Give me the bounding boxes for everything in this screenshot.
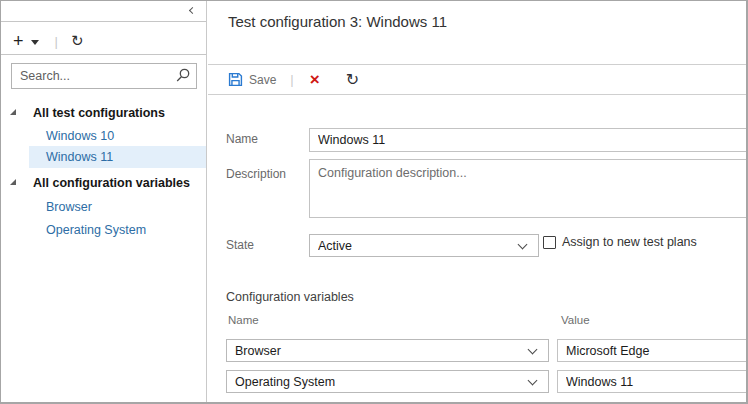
- expander-icon[interactable]: [10, 109, 16, 115]
- tree-section-all-configuration-variables[interactable]: All configuration variables: [1, 171, 206, 194]
- divider: [1, 21, 206, 22]
- variable-name-value: Browser: [235, 344, 521, 358]
- toolbar-separator: |: [290, 72, 293, 87]
- search-box: [11, 63, 197, 89]
- collapse-sidebar-button[interactable]: [187, 5, 199, 17]
- column-header-name: Name: [228, 314, 259, 326]
- command-bar: Save | × ↻: [208, 64, 746, 95]
- variable-value-field-row-2[interactable]: [557, 370, 748, 393]
- state-label: State: [226, 238, 254, 252]
- tree-item-windows-11[interactable]: Windows 11: [29, 146, 206, 168]
- assign-checkbox-label: Assign to new test plans: [562, 235, 697, 249]
- refresh-button[interactable]: ↻: [346, 72, 359, 88]
- page-title: Test configuration 3: Windows 11: [228, 13, 447, 30]
- refresh-button[interactable]: ↻: [71, 33, 84, 49]
- variable-name-dropdown-row-1[interactable]: Browser: [226, 339, 549, 362]
- assign-to-new-test-plans-option[interactable]: Assign to new test plans: [543, 235, 697, 249]
- delete-button[interactable]: ×: [308, 72, 322, 88]
- configuration-variables-title: Configuration variables: [226, 290, 354, 304]
- save-button[interactable]: Save: [228, 72, 276, 87]
- state-dropdown-value: Active: [318, 239, 511, 253]
- name-label: Name: [226, 132, 258, 146]
- search-icon[interactable]: [174, 67, 192, 85]
- tree-item-label: Browser: [46, 200, 92, 214]
- chevron-down-icon: [528, 344, 538, 354]
- sidebar: + | ↻ All test configurations Windows 10: [1, 1, 207, 402]
- search-input[interactable]: [12, 69, 174, 83]
- variable-name-dropdown-row-2[interactable]: Operating System: [226, 370, 549, 393]
- chevron-down-icon: [528, 375, 538, 385]
- name-field[interactable]: [309, 128, 748, 152]
- tree-item-operating-system[interactable]: Operating System: [1, 218, 206, 241]
- sidebar-toolbar: + | ↻: [13, 30, 83, 52]
- save-floppy-icon: [228, 72, 243, 87]
- tree-item-label: Windows 11: [46, 150, 113, 164]
- variable-value-field-row-1[interactable]: [557, 339, 748, 362]
- test-configuration-window: + | ↻ All test configurations Windows 10: [0, 0, 748, 404]
- description-label: Description: [226, 167, 286, 181]
- caret-down-icon: [31, 40, 39, 45]
- variable-name-value: Operating System: [235, 375, 521, 389]
- tree-item-label: Windows 10: [46, 129, 114, 143]
- tree-item-label: Operating System: [46, 223, 146, 237]
- chevron-down-icon: [518, 239, 528, 249]
- assign-checkbox[interactable]: [543, 236, 556, 249]
- chevron-left-icon: [189, 7, 196, 14]
- plus-icon: +: [13, 32, 24, 50]
- tree-section-label: All test configurations: [33, 106, 165, 120]
- divider: [1, 54, 206, 55]
- state-dropdown[interactable]: Active: [309, 234, 539, 257]
- tree-item-windows-10[interactable]: Windows 10: [1, 124, 206, 147]
- toolbar-separator: |: [55, 34, 58, 49]
- tree-section-label: All configuration variables: [33, 176, 190, 190]
- tree-item-browser[interactable]: Browser: [1, 195, 206, 218]
- description-field[interactable]: [309, 159, 748, 218]
- tree-section-all-test-configurations[interactable]: All test configurations: [1, 101, 206, 124]
- add-dropdown-button[interactable]: +: [13, 32, 39, 50]
- save-button-label: Save: [249, 73, 276, 87]
- main-pane: Test configuration 3: Windows 11 Save | …: [208, 1, 746, 402]
- expander-icon[interactable]: [10, 179, 16, 185]
- column-header-value: Value: [561, 314, 590, 326]
